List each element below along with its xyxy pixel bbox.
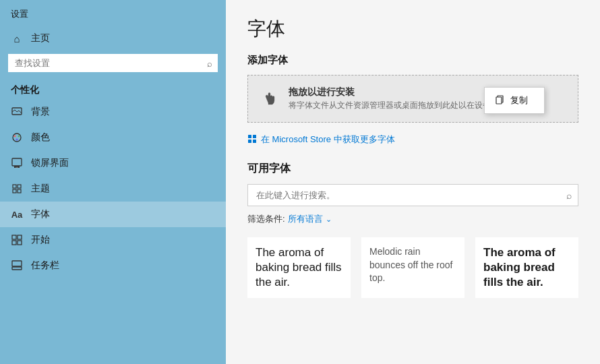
font-preview-text-1: The aroma of baking bread fills the air. xyxy=(256,245,342,290)
font-preview-card-1[interactable]: The aroma of baking bread fills the air. xyxy=(247,237,351,298)
font-preview-text-2: Melodic rain bounces off the roof top. xyxy=(369,245,456,285)
svg-rect-14 xyxy=(12,241,16,245)
svg-rect-5 xyxy=(12,158,22,166)
sidebar-item-lockscreen[interactable]: 锁屏界面 xyxy=(0,150,226,176)
sidebar-item-start[interactable]: 开始 xyxy=(0,227,226,253)
svg-rect-9 xyxy=(18,185,21,188)
svg-rect-15 xyxy=(18,241,22,245)
sidebar-item-home[interactable]: ⌂ 主页 xyxy=(0,26,226,51)
font-search-input[interactable] xyxy=(247,184,578,206)
sidebar-item-font[interactable]: Aa 字体 xyxy=(0,202,226,227)
sidebar-item-label: 任务栏 xyxy=(31,260,59,272)
drop-zone-wrapper: 拖放以进行安装 将字体文件从文件资源管理器或桌面拖放到此处以在设备上安装字体。 … xyxy=(247,75,578,123)
sidebar-item-label: 主页 xyxy=(31,32,50,44)
home-icon: ⌂ xyxy=(11,32,23,44)
filter-value[interactable]: 所有语言 xyxy=(288,213,323,225)
sidebar-item-color[interactable]: 颜色 xyxy=(0,125,226,150)
svg-point-2 xyxy=(14,135,16,138)
svg-rect-21 xyxy=(253,135,256,138)
svg-point-3 xyxy=(18,135,20,138)
svg-rect-20 xyxy=(248,135,251,138)
add-font-section-title: 添加字体 xyxy=(247,54,578,67)
svg-rect-17 xyxy=(12,261,22,266)
sidebar-item-label: 颜色 xyxy=(31,131,50,144)
font-preview-text-3: The aroma of baking bread fills the air. xyxy=(483,245,570,290)
lockscreen-icon xyxy=(11,157,23,169)
drag-drop-icon xyxy=(262,90,280,109)
sidebar-item-label: 开始 xyxy=(31,234,50,246)
background-icon xyxy=(11,106,23,118)
copy-icon xyxy=(496,95,505,107)
filter-row: 筛选条件: 所有语言 ⌄ xyxy=(247,213,578,225)
svg-rect-13 xyxy=(18,235,22,239)
sidebar-title: 设置 xyxy=(0,0,226,26)
context-menu: 复制 xyxy=(484,87,545,114)
svg-rect-23 xyxy=(253,140,256,143)
sidebar-item-label: 主题 xyxy=(31,183,50,195)
sidebar: 设置 ⌂ 主页 ⌕ 个性化 背景 颜色 锁屏界面 主题 xyxy=(0,0,226,364)
sidebar-item-taskbar[interactable]: 任务栏 xyxy=(0,253,226,278)
font-preview-grid: The aroma of baking bread fills the air.… xyxy=(247,237,578,298)
chevron-down-icon[interactable]: ⌄ xyxy=(326,215,332,224)
color-icon xyxy=(11,131,23,144)
store-link[interactable]: 在 Microsoft Store 中获取更多字体 xyxy=(247,133,578,146)
svg-rect-11 xyxy=(18,189,21,193)
main-content: 字体 添加字体 拖放以进行安装 将字体文件从文件资源管理器或桌面拖放到此处以在设… xyxy=(226,0,600,364)
store-link-text: 在 Microsoft Store 中获取更多字体 xyxy=(261,133,395,146)
font-preview-card-2[interactable]: Melodic rain bounces off the roof top. xyxy=(361,237,464,298)
svg-point-4 xyxy=(16,139,18,141)
font-search-container: ⌕ xyxy=(247,184,578,206)
sidebar-search-input[interactable] xyxy=(8,54,218,72)
search-wrapper: ⌕ xyxy=(8,54,218,72)
available-fonts-title: 可用字体 xyxy=(247,162,578,176)
svg-rect-8 xyxy=(13,185,16,188)
font-search-icon: ⌕ xyxy=(566,190,572,201)
sidebar-search-container: ⌕ xyxy=(0,51,226,79)
svg-rect-19 xyxy=(496,97,502,104)
sidebar-item-label: 字体 xyxy=(31,208,50,220)
svg-rect-12 xyxy=(12,235,16,239)
sidebar-section-label: 个性化 xyxy=(0,79,226,99)
theme-icon xyxy=(11,183,23,195)
context-menu-copy-label: 复制 xyxy=(510,94,528,107)
sidebar-item-theme[interactable]: 主题 xyxy=(0,176,226,202)
font-icon: Aa xyxy=(11,208,23,220)
font-preview-card-3[interactable]: The aroma of baking bread fills the air. xyxy=(475,237,578,298)
page-title: 字体 xyxy=(247,16,578,42)
start-icon xyxy=(11,234,23,246)
context-menu-copy[interactable]: 复制 xyxy=(485,90,544,111)
svg-rect-16 xyxy=(12,267,22,270)
sidebar-item-label: 锁屏界面 xyxy=(31,157,69,169)
svg-rect-10 xyxy=(13,189,16,193)
taskbar-icon xyxy=(11,260,23,272)
svg-rect-22 xyxy=(248,140,251,143)
sidebar-item-label: 背景 xyxy=(31,106,50,118)
store-icon xyxy=(247,134,257,146)
filter-label: 筛选条件: xyxy=(247,213,285,225)
sidebar-item-background[interactable]: 背景 xyxy=(0,99,226,125)
svg-rect-7 xyxy=(16,167,18,169)
